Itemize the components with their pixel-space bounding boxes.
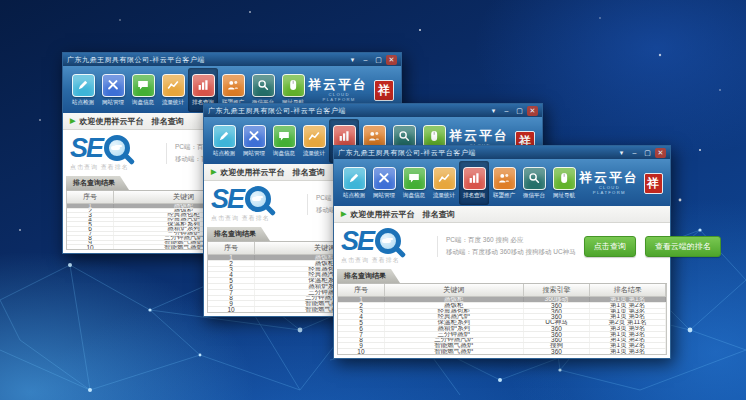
toolbar-item-tools[interactable]: 网站管理 xyxy=(239,119,269,163)
brand-subtitle: CLOUD PLATFORM xyxy=(584,184,636,194)
table-cell: 搜狗 xyxy=(524,343,591,348)
seo-letters: SE xyxy=(341,228,373,254)
tab-ranking-results[interactable]: 排名查询结果 xyxy=(207,227,270,241)
toolbar-item-message[interactable]: 询盘信息 xyxy=(269,119,299,163)
toolbar-item-message[interactable]: 询盘信息 xyxy=(399,161,429,205)
toolbar-item-label: 网址导航 xyxy=(553,191,575,199)
toolbar-item-label: 联盟推广 xyxy=(493,191,515,199)
breadcrumb-text: 欢迎使用祥云平台 排名查询 xyxy=(220,167,324,178)
column-header[interactable]: 序号 xyxy=(338,284,385,296)
toolbar-item-label: 流量统计 xyxy=(433,191,455,199)
toolbar-item-label: 微信平台 xyxy=(523,191,545,199)
maximize-button[interactable]: ▢ xyxy=(642,148,653,158)
column-header[interactable]: 序号 xyxy=(67,191,114,203)
breadcrumb-arrow-icon: ▶ xyxy=(211,168,216,176)
table-cell: 第3页 第9名 xyxy=(590,326,666,331)
window-title: 广东九鼎王厨具有限公司-祥云平台客户端 xyxy=(338,148,614,158)
toolbar-item-label: 网站管理 xyxy=(373,191,395,199)
line-chart-icon xyxy=(303,125,326,148)
window-titlebar[interactable]: 广东九鼎王厨具有限公司-祥云平台客户端 ▾ – ▢ ✕ xyxy=(204,104,542,117)
table-cell: 4 xyxy=(338,314,385,319)
brand-text: 祥云平台 CLOUD PLATFORM xyxy=(308,78,370,103)
magnifier-logo-icon xyxy=(104,135,130,161)
mouse-icon xyxy=(282,74,305,97)
column-header[interactable]: 搜索引擎 xyxy=(524,284,591,296)
table-cell: 第1页 第2名 xyxy=(590,338,666,343)
users-icon xyxy=(493,167,516,190)
message-icon xyxy=(403,167,426,190)
brand-subtitle: CLOUD PLATFORM xyxy=(313,91,366,101)
brand-text: 祥云平台 CLOUD PLATFORM xyxy=(579,171,640,196)
tab-ranking-results[interactable]: 排名查询结果 xyxy=(337,269,400,283)
brand-name: 祥云平台 xyxy=(308,78,370,91)
toolbar-item-tools[interactable]: 网站管理 xyxy=(369,161,399,205)
skin-menu-button[interactable]: ▾ xyxy=(488,106,499,116)
line-chart-icon xyxy=(162,74,185,97)
brand-badge-icon: 祥 xyxy=(374,80,394,101)
table-cell: 10 xyxy=(338,349,385,354)
toolbar-item-pencil[interactable]: 站点检测 xyxy=(209,119,239,163)
table-cell: 2 xyxy=(338,303,385,308)
toolbar-item-message[interactable]: 询盘信息 xyxy=(128,68,158,112)
toolbar-item-pencil[interactable]: 站点检测 xyxy=(68,68,98,112)
table-cell: 6 xyxy=(338,326,385,331)
minimize-button[interactable]: – xyxy=(629,148,640,158)
toolbar-item-tools[interactable]: 网站管理 xyxy=(98,68,128,112)
table-cell: 蒸饭柜 xyxy=(385,303,524,308)
engines-pc-text: PC端：百度 360 搜狗 必应 xyxy=(446,236,576,245)
window-titlebar[interactable]: 广东九鼎王厨具有限公司-祥云平台客户端 ▾ – ▢ ✕ xyxy=(63,53,401,66)
skin-menu-button[interactable]: ▾ xyxy=(616,148,627,158)
table-cell: 7 xyxy=(208,290,255,295)
bar-chart-icon xyxy=(463,167,486,190)
maximize-button[interactable]: ▢ xyxy=(514,106,525,116)
table-cell: 2 xyxy=(67,209,114,213)
query-button[interactable]: 点击查询 xyxy=(584,236,636,257)
toolbar-item-users[interactable]: 联盟推广 xyxy=(489,161,519,205)
close-button[interactable]: ✕ xyxy=(655,148,666,158)
toolbar-item-pencil[interactable]: 站点检测 xyxy=(339,161,369,205)
brand-name: 祥云平台 xyxy=(449,129,511,142)
line-chart-icon xyxy=(433,167,456,190)
table-cell: 360 xyxy=(524,338,591,343)
tab-ranking-results[interactable]: 排名查询结果 xyxy=(66,176,129,190)
column-header[interactable]: 排名结果 xyxy=(590,284,666,296)
table-row[interactable]: 10智能燃气蒸炉360第1页 第3名 xyxy=(338,349,666,354)
brand-logo: 祥云平台 CLOUD PLATFORM 祥 xyxy=(579,161,665,205)
table-cell: 360移动 xyxy=(524,297,591,302)
table-cell: 5 xyxy=(67,222,114,226)
table-body: 1蒸饭柜360移动第1页 第1名2蒸饭柜360第1页 第2名3经典蒸包柜360第… xyxy=(338,297,666,354)
users-icon xyxy=(222,74,245,97)
toolbar-item-line-chart[interactable]: 流量统计 xyxy=(299,119,329,163)
table-cell: 6 xyxy=(67,227,114,231)
column-header[interactable]: 关键词 xyxy=(385,284,524,296)
table-cell: 5 xyxy=(208,278,255,283)
toolbar-item-bar-chart[interactable]: 排名查询 xyxy=(459,161,489,205)
view-cloud-ranking-button[interactable]: 查看云端的排名 xyxy=(645,236,721,257)
toolbar-items: 站点检测网站管理询盘信息流量统计排名查询联盟推广微信平台网址导航 xyxy=(339,161,579,205)
magnifier-logo-icon xyxy=(375,228,401,254)
close-button[interactable]: ✕ xyxy=(527,106,538,116)
window-titlebar[interactable]: 广东九鼎王厨具有限公司-祥云平台客户端 ▾ – ▢ ✕ xyxy=(334,146,670,159)
table-cell: 360 xyxy=(524,349,591,354)
toolbar-item-mouse[interactable]: 网址导航 xyxy=(549,161,579,205)
breadcrumb-text: 欢迎使用祥云平台 排名查询 xyxy=(79,116,183,127)
pencil-icon xyxy=(343,167,366,190)
breadcrumb-arrow-icon: ▶ xyxy=(70,117,75,125)
engine-list: PC端：百度 360 搜狗 必应 移动端：百度移动 360移动 搜狗移动 UC神… xyxy=(437,236,576,257)
column-header[interactable]: 序号 xyxy=(208,242,255,254)
toolbar-item-line-chart[interactable]: 流量统计 xyxy=(158,68,188,112)
breadcrumb: ▶ 欢迎使用祥云平台 排名查询 xyxy=(334,206,670,223)
minimize-button[interactable]: – xyxy=(501,106,512,116)
toolbar-item-magnifier[interactable]: 微信平台 xyxy=(519,161,549,205)
table-cell: 9 xyxy=(208,301,255,306)
maximize-button[interactable]: ▢ xyxy=(373,55,384,65)
toolbar-item-label: 流量统计 xyxy=(303,149,325,157)
close-button[interactable]: ✕ xyxy=(386,55,397,65)
minimize-button[interactable]: – xyxy=(360,55,371,65)
pencil-icon xyxy=(72,74,95,97)
table-cell: 蒸饭柜 xyxy=(385,297,524,302)
skin-menu-button[interactable]: ▾ xyxy=(347,55,358,65)
app-window-front[interactable]: 广东九鼎王厨具有限公司-祥云平台客户端 ▾ – ▢ ✕ 站点检测网站管理询盘信息… xyxy=(333,145,671,359)
breadcrumb-text: 欢迎使用祥云平台 排名查询 xyxy=(350,209,454,220)
toolbar-item-line-chart[interactable]: 流量统计 xyxy=(429,161,459,205)
